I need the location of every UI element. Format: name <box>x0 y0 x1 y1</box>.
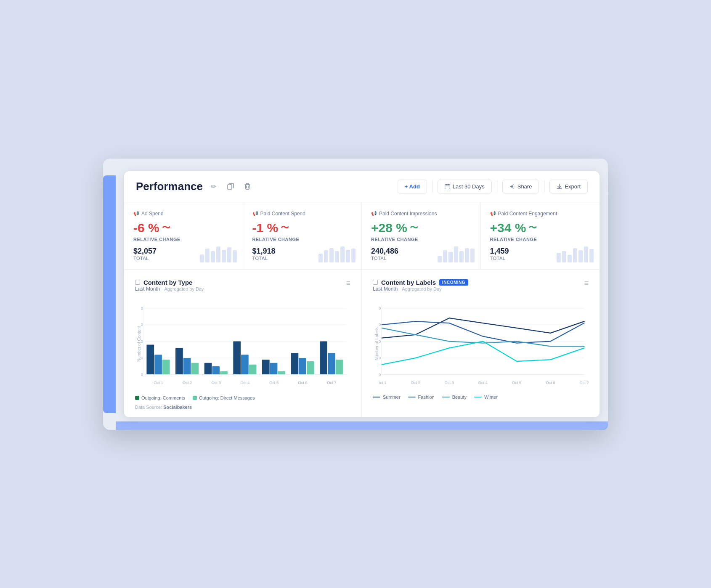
svg-text:400: 400 <box>379 306 381 310</box>
bar-chart-menu-button[interactable]: ≡ <box>346 279 350 288</box>
svg-rect-0 <box>228 185 232 189</box>
kpi-card-1: 📢 Paid Content Spend -1 % 〜 Relative Cha… <box>243 202 362 269</box>
svg-rect-1 <box>445 184 450 189</box>
mini-bar <box>335 251 339 262</box>
bar-y-title: Number of Content <box>135 298 141 390</box>
mini-bar <box>205 249 210 262</box>
blue-accent-bottom <box>116 421 608 430</box>
bar <box>154 355 162 374</box>
kpi-label-text: Paid Content Engagement <box>498 211 557 217</box>
kpi-mini-bars <box>200 246 237 262</box>
line-legend-item-3: Winter <box>474 395 498 400</box>
divider-2 <box>497 180 497 192</box>
svg-text:Oct 4: Oct 4 <box>478 381 488 385</box>
line-legend-color <box>373 397 380 397</box>
mini-bar <box>443 250 447 262</box>
bar <box>328 353 335 374</box>
add-button[interactable]: + Add <box>398 180 427 193</box>
delete-button[interactable] <box>241 180 253 192</box>
mini-bar <box>351 249 356 262</box>
legend-color <box>193 396 197 400</box>
svg-text:Oct 7: Oct 7 <box>327 381 336 385</box>
mini-bar <box>562 251 566 262</box>
bar-chart-panel: Content by Type Last Month Aggregated by… <box>124 270 362 417</box>
mini-bar <box>216 246 220 262</box>
megaphone-icon: 📢 <box>490 211 496 216</box>
kpi-change-value: -6 % <box>133 221 159 235</box>
svg-text:Oct 6: Oct 6 <box>298 381 308 385</box>
kpi-label: 📢 Paid Content Spend <box>252 211 353 217</box>
line-chart-icon <box>373 280 378 285</box>
svg-text:100: 100 <box>141 356 143 360</box>
line-legend-label: Fashion <box>418 395 435 400</box>
line-y-title: Number of Labels <box>373 298 379 390</box>
mini-bar <box>346 250 350 262</box>
date-range-label: Last 30 Days <box>453 183 485 190</box>
kpi-change-value: +28 % <box>371 221 407 235</box>
date-range-button[interactable]: Last 30 Days <box>438 180 492 193</box>
line-chart-header: Content by Labels INCOMING Last Month Ag… <box>373 279 589 297</box>
kpi-mini-bars <box>318 246 356 262</box>
kpi-section: 📢 Ad Spend -6 % 〜 Relative Change $2,057… <box>124 202 600 270</box>
line-series <box>382 328 584 346</box>
bar-legend-item-1: Outgoing: Direct Messages <box>193 395 255 400</box>
svg-text:Oct 1: Oct 1 <box>154 381 163 385</box>
kpi-change-label: Relative Change <box>252 237 353 242</box>
bar <box>220 371 228 374</box>
kpi-change-label: Relative Change <box>371 237 471 242</box>
mini-bar <box>227 247 231 262</box>
mini-bar <box>448 252 453 262</box>
svg-text:Oct 4: Oct 4 <box>240 381 249 385</box>
line-chart-agg: Aggregated by Day <box>402 286 441 291</box>
copy-button[interactable] <box>225 180 236 192</box>
bar <box>270 363 278 374</box>
export-button[interactable]: Export <box>549 180 588 193</box>
kpi-change: +28 % 〜 <box>371 221 471 235</box>
bar-chart-title: Content by Type <box>143 279 192 286</box>
kpi-card-3: 📢 Paid Content Engagement +34 % 〜 Relati… <box>481 202 600 269</box>
line-chart-menu-button[interactable]: ≡ <box>584 279 589 288</box>
bar <box>241 355 249 374</box>
mini-bar <box>233 250 237 262</box>
export-label: Export <box>565 183 581 190</box>
kpi-change-label: Relative Change <box>490 237 591 242</box>
svg-rect-2 <box>135 280 140 285</box>
header-right: + Add Last 30 Days Share <box>398 180 588 193</box>
line-chart-period: Last Month <box>373 286 398 292</box>
svg-text:Oct 7: Oct 7 <box>579 381 589 385</box>
mini-bar <box>318 254 323 262</box>
bar <box>278 371 285 374</box>
mini-bar <box>340 246 345 262</box>
line-legend-item-2: Beauty <box>442 395 467 400</box>
kpi-label: 📢 Paid Content Engagement <box>490 211 591 217</box>
line-legend-label: Summer <box>383 395 401 400</box>
svg-text:0: 0 <box>379 372 381 376</box>
page-title: Performance <box>136 180 203 193</box>
svg-text:Oct 3: Oct 3 <box>445 381 454 385</box>
kpi-trend-icon: 〜 <box>410 222 418 233</box>
mini-bar <box>222 250 226 262</box>
mini-bar <box>459 251 464 262</box>
mini-bar <box>211 251 215 262</box>
bar-chart-sub-row: Last Month Aggregated by Day <box>135 286 204 292</box>
line-legend-color <box>408 397 416 397</box>
kpi-change: -6 % 〜 <box>133 221 233 235</box>
line-chart-title: Content by Labels <box>381 279 436 286</box>
mini-bar <box>589 249 594 262</box>
megaphone-icon: 📢 <box>252 211 258 216</box>
bar <box>204 363 212 374</box>
svg-text:Oct 3: Oct 3 <box>212 381 221 385</box>
copy-icon <box>227 183 234 190</box>
svg-text:Oct 6: Oct 6 <box>546 381 555 385</box>
svg-text:200: 200 <box>379 339 381 343</box>
kpi-mini-bars <box>438 246 475 262</box>
svg-text:Oct 5: Oct 5 <box>269 381 279 385</box>
bar <box>307 361 314 374</box>
incoming-badge: INCOMING <box>439 279 468 286</box>
kpi-trend-icon: 〜 <box>528 222 537 233</box>
edit-button[interactable]: ✏ <box>208 180 220 192</box>
share-button[interactable]: Share <box>502 180 539 193</box>
megaphone-icon: 📢 <box>371 211 377 216</box>
svg-text:0: 0 <box>141 372 143 376</box>
kpi-label: 📢 Paid Content Impressions <box>371 211 471 217</box>
